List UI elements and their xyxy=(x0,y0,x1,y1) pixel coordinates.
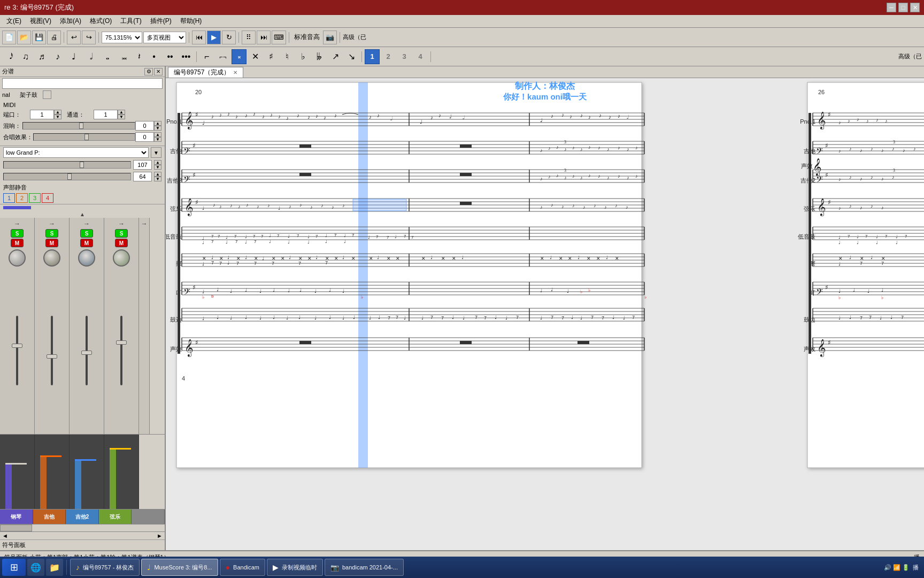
ch1-track[interactable] xyxy=(16,316,18,385)
ch4-solo[interactable]: S xyxy=(115,229,128,238)
note-16th[interactable]: ♬ xyxy=(34,49,49,64)
accidental-flat-double[interactable]: 𝄫 xyxy=(312,49,327,64)
search-input[interactable] xyxy=(2,78,163,89)
keyboard-button[interactable]: ⌨ xyxy=(272,31,286,44)
ch3-solo[interactable]: S xyxy=(80,229,93,238)
channel-input[interactable] xyxy=(94,110,118,119)
channel-spinner[interactable]: ▲ ▼ xyxy=(118,110,125,119)
close-button[interactable]: ✕ xyxy=(910,3,920,12)
chorus-slider[interactable] xyxy=(33,133,135,141)
velocity-up[interactable]: ▲ xyxy=(154,160,161,165)
ch-bar-guitar[interactable]: 吉他 xyxy=(33,509,66,524)
volume-up[interactable]: ▲ xyxy=(154,121,161,126)
ch3-handle[interactable] xyxy=(81,351,92,355)
instrument-slider[interactable] xyxy=(3,161,131,169)
menu-plugins[interactable]: 插件(P) xyxy=(146,16,176,27)
ch-bar-piano[interactable]: 钢琴 xyxy=(0,509,33,524)
note-64th[interactable]: 𝅘𝅥𝅰 xyxy=(2,49,17,64)
zoom-select[interactable]: 75.1315% xyxy=(102,32,142,43)
drums-btn[interactable] xyxy=(43,90,51,99)
ch2-arrow[interactable]: → xyxy=(49,220,55,227)
pan-spinner[interactable]: ▲ ▼ xyxy=(154,172,161,181)
voice-2-btn[interactable]: 2 xyxy=(381,49,396,64)
play-button[interactable]: ▶ xyxy=(207,31,221,44)
ch2-pan-knob[interactable] xyxy=(43,249,60,267)
fader-handle-4[interactable] xyxy=(110,448,131,450)
ch5-arrow[interactable]: → xyxy=(141,220,148,227)
save-button[interactable]: 💾 xyxy=(32,31,46,44)
metronome-button[interactable]: ⠿ xyxy=(242,31,256,44)
note-eighth[interactable]: ♪ xyxy=(50,49,65,64)
undo-button[interactable]: ↩ xyxy=(67,31,81,44)
fader-handle-3[interactable] xyxy=(75,459,96,461)
rewind-button[interactable]: ⏮ xyxy=(192,31,206,44)
panel-right-arrow[interactable]: ► xyxy=(157,533,163,539)
redo-button[interactable]: ↪ xyxy=(82,31,96,44)
menu-help[interactable]: 帮助(H) xyxy=(176,16,206,27)
tab-close-btn[interactable]: ✕ xyxy=(233,70,237,75)
ch1-pan-knob[interactable] xyxy=(9,249,26,267)
tab-score[interactable]: 编号89757（完成） ✕ xyxy=(168,67,243,78)
channel-down[interactable]: ▼ xyxy=(118,115,125,119)
camera-button[interactable]: 📷 xyxy=(323,31,337,44)
port-spinner[interactable]: ▲ ▼ xyxy=(54,110,61,119)
chorus-spinner[interactable]: ▲ ▼ xyxy=(154,132,161,142)
ch3-arrow[interactable]: → xyxy=(83,220,90,227)
ch4-handle[interactable] xyxy=(116,340,127,345)
taskbar-item-record[interactable]: ▶ 录制视频临时 xyxy=(267,559,323,576)
loop-button[interactable]: ↻ xyxy=(222,31,236,44)
panel-left-arrow[interactable]: ◄ xyxy=(2,533,8,539)
ch4-track[interactable] xyxy=(120,316,122,385)
left-scroll[interactable] xyxy=(0,524,165,531)
ch3-pan-knob[interactable] xyxy=(78,249,95,267)
note-dot3[interactable]: ••• xyxy=(179,49,194,64)
voice-2[interactable]: 2 xyxy=(16,193,28,203)
chorus-down[interactable]: ▼ xyxy=(154,137,161,142)
ch3-track[interactable] xyxy=(86,316,88,385)
pan-slider[interactable] xyxy=(3,173,131,180)
voice-1[interactable]: 1 xyxy=(3,193,15,203)
chorus-input[interactable] xyxy=(135,132,154,142)
print-button[interactable]: 🖨 xyxy=(47,31,61,44)
pan-input[interactable] xyxy=(133,172,152,181)
port-up[interactable]: ▲ xyxy=(54,110,61,115)
fader-handle-2[interactable] xyxy=(40,455,61,457)
volume-down[interactable]: ▼ xyxy=(154,126,161,131)
taskbar-item-musescore-2[interactable]: ♪ 编号89757 - 林俊杰 xyxy=(70,559,140,576)
instrument-dropdown[interactable]: low Grand P: xyxy=(3,147,149,158)
note-dot2[interactable]: •• xyxy=(163,49,178,64)
menu-file[interactable]: 文(E) xyxy=(2,16,26,27)
channel-up[interactable]: ▲ xyxy=(118,110,125,115)
view-mode-select[interactable]: 多页视图 xyxy=(143,32,186,43)
port-input[interactable] xyxy=(30,110,54,119)
note-rest[interactable]: 𝄽 xyxy=(130,49,145,64)
quick-launch-2[interactable]: 📁 xyxy=(46,559,63,576)
volume-spinner[interactable]: ▲ ▼ xyxy=(154,121,161,131)
menu-add[interactable]: 添加(A) xyxy=(56,16,86,27)
taskbar-item-bandicam[interactable]: ● Bandicam xyxy=(220,559,265,576)
scroll-thumb[interactable] xyxy=(0,524,32,531)
taskbar-item-bandicam2[interactable]: 📷 bandicam 2021-04-... xyxy=(325,559,404,576)
beam-mid[interactable]: ⌐¬ xyxy=(215,49,230,64)
note-dot[interactable]: • xyxy=(147,49,161,64)
note-half[interactable]: 𝅗𝅥 xyxy=(82,49,97,64)
ch4-arrow[interactable]: → xyxy=(118,220,125,227)
quick-launch-1[interactable]: 🌐 xyxy=(27,559,44,576)
panel-scroll-up[interactable]: ▲ xyxy=(0,211,165,218)
accidental-flat[interactable]: ♭ xyxy=(296,49,311,64)
pan-down[interactable]: ▼ xyxy=(154,177,161,181)
voice-4[interactable]: 4 xyxy=(42,193,53,203)
volume-slider[interactable] xyxy=(22,122,135,130)
score-area[interactable]: 制作人：林俊杰 你好！kaum oni哦一天 xyxy=(166,78,924,550)
instrument-arrow-btn[interactable]: ▼ xyxy=(151,147,161,158)
panel-close-btn[interactable]: ✕ xyxy=(154,68,163,75)
start-button[interactable]: ⊞ xyxy=(2,559,26,576)
voice-4-btn[interactable]: 4 xyxy=(413,49,428,64)
note-quarter[interactable]: ♩ xyxy=(66,49,81,64)
acc-down[interactable]: ↘ xyxy=(344,49,359,64)
beam-start[interactable]: ⌐ xyxy=(199,49,214,64)
ch2-solo[interactable]: S xyxy=(45,229,58,238)
tuplet-x[interactable]: ✕ xyxy=(248,49,263,64)
ch4-pan-knob[interactable] xyxy=(113,249,130,267)
ch-bar-extra[interactable] xyxy=(132,509,165,524)
